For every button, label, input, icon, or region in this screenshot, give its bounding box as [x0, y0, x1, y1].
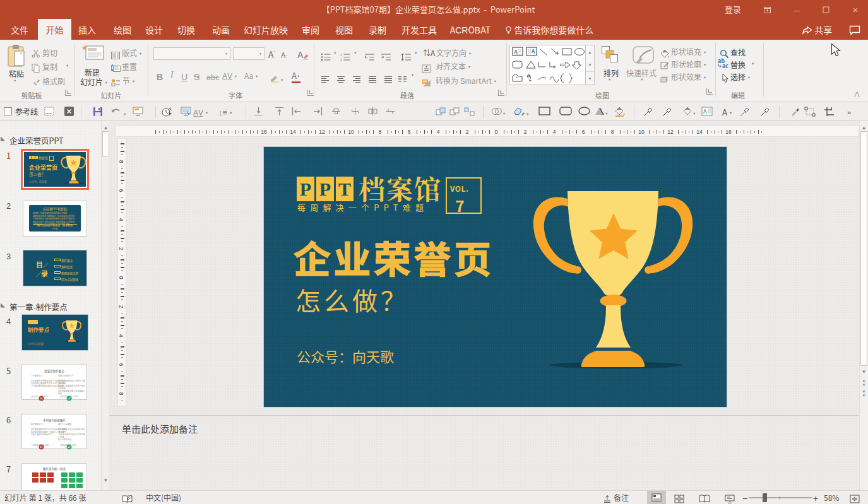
svg-text:A: A [297, 50, 304, 60]
svg-text:1: 1 [340, 53, 342, 57]
svg-text:A: A [514, 48, 518, 55]
svg-text:A: A [531, 47, 535, 54]
svg-text:A: A [703, 107, 707, 115]
svg-text:2: 2 [340, 57, 342, 62]
